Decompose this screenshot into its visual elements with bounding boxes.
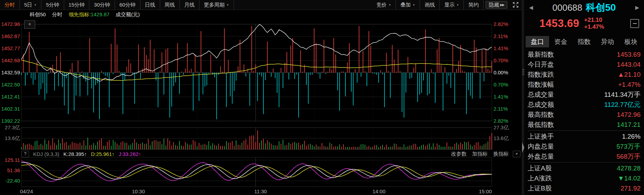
caret-down-icon: ▼: [412, 3, 415, 7]
price-axis-label: 1412.41: [0, 94, 20, 100]
plus-button[interactable]: +: [24, 20, 35, 29]
pct-axis-label: 0.00%: [494, 69, 521, 76]
close-indicator-button[interactable]: ×: [513, 151, 520, 157]
tab-zijin[interactable]: 资金: [549, 36, 573, 47]
pct-axis-label: 2.82%: [494, 21, 521, 27]
draw-line-button[interactable]: 画线: [420, 0, 440, 10]
quote-panel: ◀ 000688 科创50 ▶ 1453.69 +21.10 +1.47% 盘口…: [524, 0, 644, 195]
period-tab-intraday[interactable]: 分时: [0, 0, 20, 10]
time-axis-label: 10:30: [132, 188, 145, 195]
time-axis-label: 11:30: [254, 188, 267, 195]
time-axis-label: 14:00: [372, 188, 386, 195]
tab-zhishu[interactable]: 指数: [573, 36, 596, 47]
double-arrow-right-icon: ▶▶: [500, 3, 504, 7]
period-tab-5day[interactable]: 5日▼: [20, 0, 41, 10]
period-tab-15min[interactable]: 15分钟: [64, 0, 90, 10]
pct-axis-label: 0.70%: [494, 57, 521, 64]
kdj-j-value: J:33.262↑: [119, 151, 141, 157]
fullscreen-icon: [513, 2, 519, 8]
indicator-name: KDJ (9,3,3): [33, 151, 59, 157]
stock-name: 科创50: [586, 1, 616, 14]
turnover-label: 成交额(元): [116, 11, 140, 18]
period-tab-60min[interactable]: 60分钟: [115, 0, 140, 10]
change-percent: +1.47%: [584, 24, 604, 30]
pct-axis-label: 1.41%: [494, 45, 521, 52]
price-axis-label: 1452.77: [0, 45, 20, 52]
price-change: +21.10 +1.47%: [584, 17, 604, 30]
quote-row: 上证A股4278.28: [528, 163, 641, 173]
caret-down-icon: ▼: [226, 3, 229, 7]
add-indicator-button[interactable]: 加指标: [472, 151, 488, 157]
minus-icon: [633, 23, 637, 24]
quote-row: 上证换手1.26%: [528, 131, 641, 141]
overlay-button[interactable]: 叠加▼: [396, 0, 420, 10]
tab-yidong[interactable]: 异动: [596, 36, 619, 47]
price-axis-label: 1462.87: [0, 33, 20, 39]
stock-title: 000688 科创50: [533, 1, 635, 14]
period-tab-weekly[interactable]: 周线: [160, 0, 180, 10]
row-divider: [528, 130, 641, 131]
change-params-button[interactable]: 改参数: [451, 151, 467, 157]
volume-axis-label: 13.6亿: [0, 135, 20, 141]
price-axis-label: 1422.50: [0, 82, 20, 88]
row-divider: [528, 162, 641, 162]
chart-index-name: 科创50: [30, 11, 46, 18]
quote-row: 指数涨幅+1.47%: [528, 80, 641, 90]
quote-row: 指数涨跌▲21.10: [528, 69, 641, 80]
last-price: 1453.69: [539, 17, 579, 30]
simple-mode-button[interactable]: 简约: [464, 0, 484, 10]
period-tab-monthly[interactable]: 月线: [180, 0, 199, 10]
stock-code: 000688: [553, 2, 583, 13]
period-tab-5min[interactable]: 5分钟: [41, 0, 64, 10]
kdj-axis-label: -22.40: [0, 178, 20, 184]
quote-rows: 最新指数1453.69 今日开盘1443.04 指数涨跌▲21.10 指数涨幅+…: [524, 49, 644, 193]
quote-row: 上A涨跌▼14.02: [528, 173, 641, 183]
pct-axis-label: 2.11%: [494, 106, 521, 112]
tab-pankou[interactable]: 盘口: [526, 36, 549, 47]
period-tab-30min[interactable]: 30分钟: [89, 0, 115, 10]
price-summary: 1453.69 +21.10 +1.47%: [524, 15, 644, 32]
switch-indicator-button[interactable]: 换指标: [493, 151, 509, 157]
auction-button[interactable]: 竞价▼: [372, 0, 396, 10]
indicator-help-button[interactable]: ?: [21, 151, 29, 157]
quote-row: 总成交量1141.34万手: [528, 90, 641, 100]
volume-axis-label: 27.3亿: [494, 124, 521, 131]
toolbar-spacer: [234, 0, 372, 10]
caret-down-icon: ▼: [34, 3, 37, 7]
quote-row: 今日开盘1443.04: [528, 59, 641, 69]
quote-row: 内盘总量573万手: [528, 141, 641, 151]
chart-period-label: 分时: [52, 11, 62, 18]
price-axis-label: 1442.68: [0, 57, 20, 64]
chart-header: 科创50 分时 领先指标:1429.87 成交额(元): [30, 10, 140, 19]
quote-row: 最低指数1417.21: [528, 120, 641, 130]
tab-bankuai[interactable]: 板块: [619, 36, 643, 47]
quote-row: 最新指数1453.69: [528, 49, 641, 59]
panel-tabs: 盘口 资金 指数 异动 板块: [524, 36, 644, 47]
kdj-axis-label: 51.36: [0, 167, 20, 174]
time-axis-label: 04/24: [20, 188, 33, 195]
period-tab-more[interactable]: 更多周期▼: [199, 0, 234, 10]
quote-row: 最高指数1472.96: [528, 110, 641, 120]
pct-axis-label: 0.70%: [494, 82, 521, 88]
period-tab-daily[interactable]: 日线: [140, 0, 160, 10]
price-axis-label: 1392.22: [0, 118, 20, 124]
volume-axis-label: 13.6亿: [494, 135, 521, 141]
quote-row: 总成交额1122.77亿元: [528, 100, 641, 110]
caret-down-icon: ▼: [388, 3, 391, 7]
prev-stock-arrow[interactable]: ◀: [529, 4, 533, 11]
display-button[interactable]: 显示▼: [440, 0, 464, 10]
stock-terminal: 分时 5日▼ 5分钟 15分钟 30分钟 60分钟 日线 周线 月线 更多周期▼…: [0, 0, 644, 195]
quote-row: 外盘总量568万手: [528, 151, 641, 161]
price-axis-label: 1432.59: [0, 69, 20, 76]
hide-panel-button[interactable]: 隐藏▶▶: [486, 1, 507, 9]
period-toolbar: 分时 5日▼ 5分钟 15分钟 30分钟 60分钟 日线 周线 月线 更多周期▼…: [0, 0, 522, 10]
kdj-k-value: K:28.395↑: [64, 151, 87, 157]
minimize-button[interactable]: [630, 19, 639, 28]
fullscreen-button[interactable]: [509, 0, 522, 10]
price-axis-label: 1472.96: [0, 21, 20, 27]
quote-row: 上证B股271.92: [528, 183, 641, 193]
next-stock-arrow[interactable]: ▶: [635, 4, 639, 11]
splitter-grip-icon[interactable]: [523, 69, 523, 70]
kdj-d-value: D:25.961↑: [91, 151, 114, 157]
kdj-axis-label: 125.11: [0, 157, 20, 163]
